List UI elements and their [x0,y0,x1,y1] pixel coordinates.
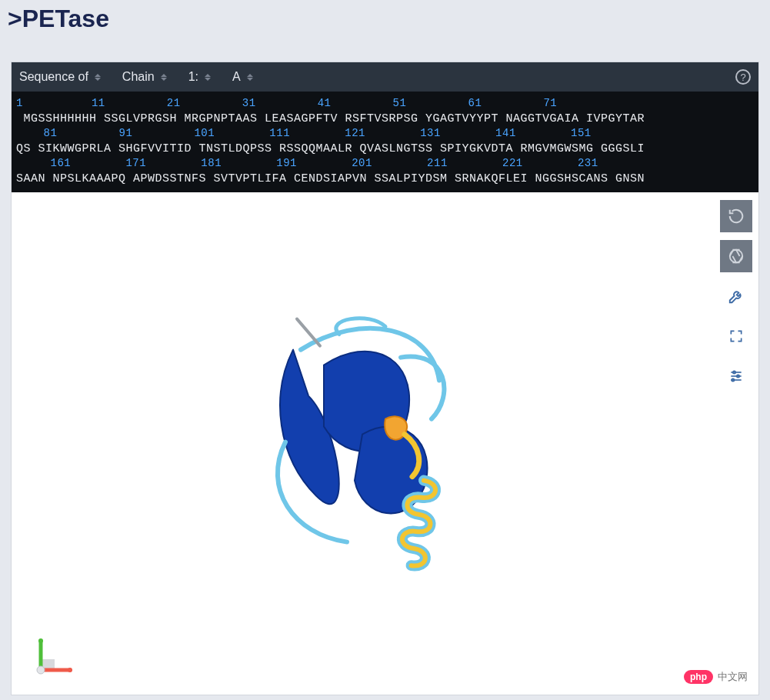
expand-icon [728,328,744,344]
fullscreen-button[interactable] [720,320,752,352]
wrench-icon [728,288,745,305]
sequence-row-2[interactable]: QS SIKWWGPRLA SHGFVVITID TNSTLDQPSS RSSQ… [16,142,682,155]
page-title: >PETase [0,0,770,47]
toolbar-sort-icon[interactable] [161,72,168,82]
svg-point-10 [38,638,43,643]
reset-view-button[interactable] [720,200,752,232]
watermark-text: 中文网 [718,670,748,684]
screenshot-button[interactable] [720,240,752,272]
svg-point-12 [68,668,72,672]
protein-structure[interactable] [247,303,524,595]
sequence-row-1[interactable]: MGSSHHHHHH SSGLVPRGSH MRGPNPTAAS LEASAGP… [16,112,667,125]
toolbar-label-chainid: A [232,70,241,84]
sequence-ruler-row2: 81 91 101 111 121 131 141 151 [16,127,646,139]
axes-gizmo[interactable] [25,630,79,684]
sequence-viewer[interactable]: 1 11 21 31 41 51 61 71 MGSSHHHHHH SSGLVP… [12,92,758,192]
settings-button[interactable] [720,280,752,312]
sequence-toolbar: Sequence of Chain 1: A ? [12,62,758,92]
toolbar-label-chain: Chain [122,70,155,84]
svg-line-0 [297,318,320,345]
viewer-toolbar [720,200,752,392]
sequence-ruler-row3: 161 171 181 191 201 211 221 231 [16,157,653,169]
toolbar-sort-icon[interactable] [247,72,255,82]
molstar-panel: Sequence of Chain 1: A ? 1 11 21 31 41 5… [11,62,759,695]
svg-point-13 [37,666,45,674]
sequence-ruler-row1: 1 11 21 31 41 51 61 71 [16,97,618,109]
toolbar-label-model: 1: [188,70,198,84]
toolbar-label-sequence: Sequence of [19,70,88,84]
aperture-icon [728,248,745,265]
refresh-icon [728,208,745,225]
sliders-icon [728,368,744,384]
controls-button[interactable] [720,360,752,392]
help-icon[interactable]: ? [735,69,751,85]
site-watermark: php 中文网 [684,670,748,684]
watermark-bubble: php [684,670,713,684]
toolbar-sort-icon[interactable] [95,72,102,82]
structure-3d-viewer[interactable]: php 中文网 [12,192,758,695]
toolbar-sort-icon[interactable] [205,72,212,82]
sequence-row-3[interactable]: SAAN NPSLKAAAPQ APWDSSTNFS SVTVPTLIFA CE… [16,172,696,185]
